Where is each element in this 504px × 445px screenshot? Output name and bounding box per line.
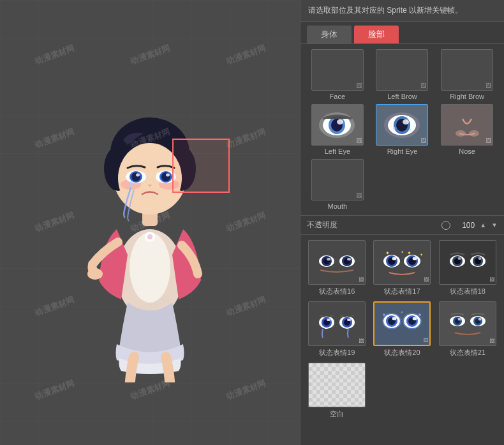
svg-point-86 <box>383 313 385 316</box>
part-face[interactable]: 🖼 Face <box>307 49 368 100</box>
sprite-label-17: 状态表情17 <box>384 287 420 296</box>
part-nose[interactable]: 🖼 Nose <box>436 104 498 155</box>
sprite-label-21: 状态表情21 <box>450 348 485 358</box>
svg-point-57 <box>413 257 417 260</box>
svg-point-30 <box>337 119 343 124</box>
sprite-thumb-21: 🖼 <box>439 301 496 346</box>
svg-point-47 <box>347 258 351 260</box>
sprite-thumb-17: ✦ ✦ ✦ ✦ 🖼 <box>373 240 431 285</box>
opacity-circle-icon <box>441 221 450 230</box>
svg-point-92 <box>457 318 461 321</box>
instruction-text: 请选取部位及其对应的 Sprite 以新增关键帧。 <box>308 6 463 15</box>
sprite-label-16: 状态表情16 <box>319 287 355 296</box>
right-panel: 请选取部位及其对应的 Sprite 以新增关键帧。 身体 脸部 🖼 Face 🖼… <box>300 0 504 445</box>
part-right-brow-label: Right Brow <box>450 93 484 100</box>
svg-point-96 <box>478 318 481 321</box>
svg-point-79 <box>392 317 397 321</box>
svg-point-4 <box>147 234 152 239</box>
sprite-thumb-19: 🖼 <box>308 301 366 346</box>
svg-point-1 <box>130 232 170 303</box>
sprite-thumb-18: 🖼 <box>439 240 496 285</box>
sprite-thumb-blank <box>308 363 366 407</box>
svg-point-75 <box>347 319 351 321</box>
svg-point-84 <box>413 317 417 321</box>
tab-body[interactable]: 身体 <box>307 26 352 43</box>
svg-point-71 <box>327 319 330 321</box>
svg-point-20 <box>166 173 170 176</box>
part-right-brow-thumb: 🖼 <box>441 49 493 91</box>
svg-point-51 <box>392 257 397 260</box>
part-left-brow-label: Left Brow <box>387 93 417 100</box>
svg-point-38 <box>456 130 466 137</box>
svg-point-39 <box>469 130 479 137</box>
sprite-label-blank: 空白 <box>330 409 344 419</box>
opacity-label: 不透明度 <box>307 220 337 230</box>
sprite-label-18: 状态表情18 <box>450 287 485 296</box>
part-left-brow-thumb: 🖼 <box>376 49 428 91</box>
svg-point-16 <box>129 181 133 188</box>
sprite-thumb-20: 🖼 <box>373 301 431 346</box>
svg-point-43 <box>327 258 330 260</box>
character-container <box>61 70 239 389</box>
sprite-label-20: 状态表情20 <box>384 348 420 358</box>
svg-text:✦: ✦ <box>407 250 411 256</box>
sprite-item-18[interactable]: 🖼 状态表情18 <box>438 240 498 296</box>
sprite-item-21[interactable]: 🖼 状态表情21 <box>438 301 498 358</box>
part-right-eye-label: Right Eye <box>387 147 418 155</box>
part-left-brow[interactable]: 🖼 Left Brow <box>372 49 433 100</box>
svg-text:✦: ✦ <box>420 253 423 257</box>
sprite-item-19[interactable]: 🖼 状态表情19 <box>307 301 367 358</box>
tab-face[interactable]: 脸部 <box>354 26 399 43</box>
opacity-row: 不透明度 100 ▲ ▼ <box>300 216 504 235</box>
part-mouth-thumb: 🖼 <box>311 159 364 200</box>
svg-point-21 <box>87 268 103 280</box>
part-right-brow[interactable]: 🖼 Right Brow <box>436 49 498 100</box>
sprite-item-16[interactable]: 🖼 状态表情16 <box>307 240 367 296</box>
svg-text:✦: ✦ <box>385 250 390 256</box>
part-mouth[interactable]: 🖼 Mouth <box>307 159 368 210</box>
svg-point-35 <box>403 119 409 124</box>
parts-grid: 🖼 Face 🖼 Left Brow 🖼 Right Brow <box>300 44 504 216</box>
tab-row: 身体 脸部 <box>300 22 504 44</box>
svg-point-88 <box>419 313 421 316</box>
svg-point-36 <box>393 127 396 130</box>
sprites-grid[interactable]: 🖼 状态表情16 ✦ ✦ ✦ <box>300 235 504 445</box>
part-nose-label: Nose <box>459 147 475 155</box>
svg-point-15 <box>136 173 140 176</box>
canvas-area[interactable]: 动漫素材网 动漫素材网 动漫素材网 动漫素材网 动漫素材网 动漫素材网 动漫素材… <box>0 0 300 445</box>
part-left-eye-label: Left Eye <box>325 147 350 155</box>
sprite-label-19: 状态表情19 <box>319 348 355 358</box>
svg-point-87 <box>401 312 403 313</box>
instruction-bar: 请选取部位及其对应的 Sprite 以新增关键帧。 <box>300 0 504 22</box>
part-mouth-label: Mouth <box>328 202 348 210</box>
svg-point-37 <box>409 128 411 130</box>
part-nose-thumb: 🖼 <box>441 104 493 146</box>
sprite-item-17[interactable]: ✦ ✦ ✦ ✦ 🖼 状态表情17 <box>372 240 432 296</box>
sprite-item-20[interactable]: 🖼 状态表情20 <box>372 301 432 358</box>
svg-point-67 <box>478 257 481 260</box>
part-face-thumb: 🖼 <box>311 49 364 91</box>
part-left-eye[interactable]: 🖼 Left Eye <box>307 104 368 155</box>
svg-text:✦: ✦ <box>401 250 404 254</box>
part-right-eye-thumb: 🖼 <box>376 104 428 146</box>
opacity-up-arrow[interactable]: ▲ <box>480 222 486 229</box>
part-left-eye-thumb: 🖼 <box>311 104 364 146</box>
sprite-item-blank[interactable]: 空白 <box>307 363 367 419</box>
svg-point-63 <box>457 257 461 260</box>
sprite-thumb-16: 🖼 <box>308 240 366 285</box>
opacity-down-arrow[interactable]: ▼ <box>491 222 498 229</box>
part-face-label: Face <box>330 93 345 100</box>
opacity-value: 100 <box>456 221 475 230</box>
part-right-eye[interactable]: 🖼 Right Eye <box>372 104 433 155</box>
